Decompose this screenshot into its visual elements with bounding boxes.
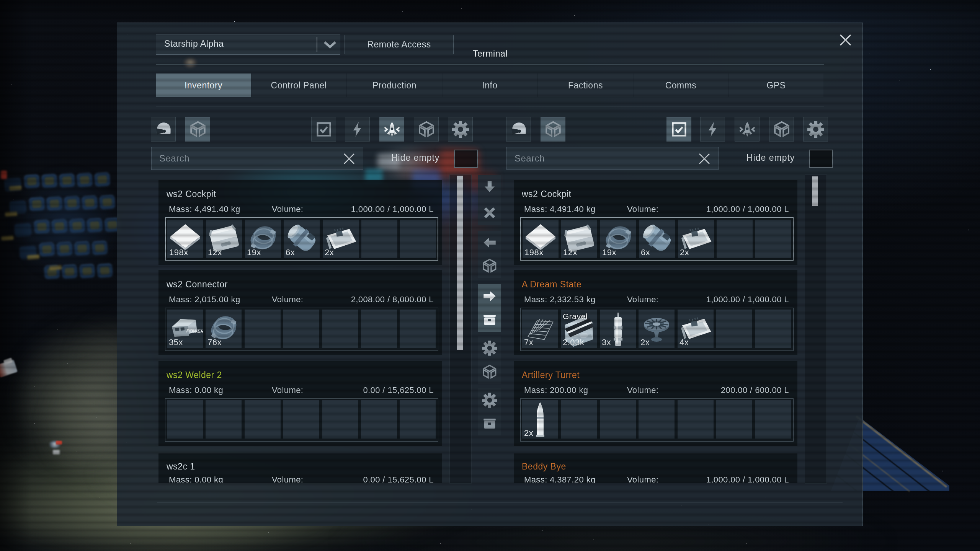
svg-text:POWER: POWER (186, 328, 203, 334)
